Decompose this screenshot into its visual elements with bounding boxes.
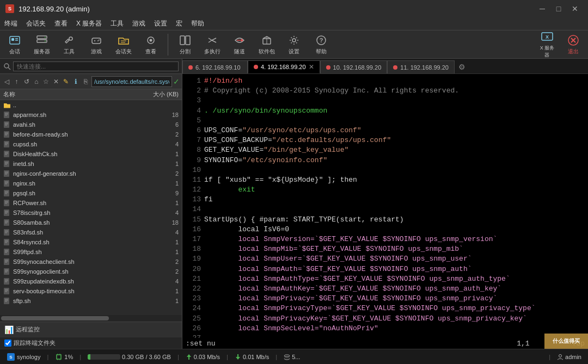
toolbar-games[interactable]: 游戏 [85, 33, 108, 57]
tab-close-1[interactable]: ✕ [309, 63, 314, 71]
tab-3[interactable]: 11. 192.168.99.20 [387, 60, 455, 73]
toolbar-server[interactable]: 服务器 [30, 33, 53, 57]
terminal-content[interactable]: 1#!/bin/sh2# Copyright (c) 2008-2015 Syn… [182, 74, 588, 338]
menu-xserver[interactable]: X 服务器 [72, 17, 106, 30]
list-item[interactable]: apparmor.sh18 [0, 110, 182, 120]
list-item[interactable]: avahi.sh6 [0, 120, 182, 129]
list-item[interactable]: S99synocacheclient.sh2 [0, 257, 182, 267]
code-content: . /usr/syno/bin/synoupscommon [204, 106, 585, 116]
toolbar-tunnel[interactable]: 隧道 [228, 33, 251, 57]
file-name-label: sftp.sh [13, 298, 140, 304]
maximize-button[interactable]: □ [551, 3, 566, 14]
status-disk-value: 5... [292, 354, 300, 360]
terminal-line: 7UPS_CONF_BACKUP="/etc.defaults/ups/ups.… [186, 135, 585, 145]
line-number: 16 [186, 225, 201, 235]
toolbar-settings[interactable]: 设置 [283, 33, 305, 57]
code-content: local SnmpPrivacy=`$GET_KEY_VALUE $SYNOI… [204, 294, 585, 304]
toolbar-exit[interactable]: 退出 [562, 33, 585, 57]
follow-terminal-bar: 跟踪终端文件夹 [0, 337, 182, 349]
fb-btn-back[interactable]: ◁ [2, 76, 11, 87]
fb-btn-up[interactable]: ↑ [12, 76, 21, 87]
menu-games[interactable]: 游戏 [128, 17, 150, 30]
terminal-line: 17 local SnmpVersion=`$GET_KEY_VALUE $SY… [186, 235, 585, 244]
toolbar-session[interactable]: 会话 [3, 33, 26, 57]
line-number: 24 [186, 304, 201, 313]
new-tab-button[interactable]: ⚙ [455, 60, 470, 73]
toolbar-tools[interactable]: 工具 [58, 33, 81, 57]
menu-view[interactable]: 查看 [50, 17, 72, 30]
list-item[interactable]: S99zupdateindexdb.sh4 [0, 276, 182, 286]
xserver-icon: X [541, 30, 554, 44]
minimize-button[interactable]: ─ [535, 3, 550, 14]
file-size-label: 1 [140, 151, 179, 157]
toolbar-view[interactable]: 查看 [139, 33, 162, 57]
fb-btn-bookmark[interactable]: ☆ [42, 76, 51, 87]
menu-macro[interactable]: 宏 [171, 17, 187, 30]
list-item[interactable]: S83nfsd.sh4 [0, 227, 182, 237]
list-item[interactable]: S99synogpoclient.sh2 [0, 267, 182, 276]
file-size-label: 1 [140, 239, 179, 245]
list-item[interactable]: nginx-conf-generator.sh2 [0, 169, 182, 178]
file-hscroll[interactable] [0, 315, 182, 322]
list-item[interactable]: inetd.sh1 [0, 159, 182, 169]
menu-tools[interactable]: 工具 [106, 17, 128, 30]
fb-btn-edit[interactable]: ✎ [62, 76, 70, 87]
quick-connect-input[interactable] [13, 61, 179, 71]
toolbar-sessions-folder[interactable]: 会话夹 [112, 33, 135, 57]
terminal-line: 8GET_KEY_VALUE="/bin/get_key_value" [186, 145, 585, 155]
fb-btn-home[interactable]: ⌂ [32, 76, 41, 87]
code-content: local IsV6=0 [204, 225, 585, 235]
file-hscroll-bar[interactable] [1, 316, 109, 320]
fb-btn-refresh[interactable]: ↺ [22, 76, 30, 87]
svg-rect-98 [4, 258, 9, 265]
file-path-input[interactable] [91, 76, 172, 87]
list-item[interactable]: serv-bootup-timeout.sh1 [0, 286, 182, 296]
games-icon [90, 34, 103, 47]
toolbar-split[interactable]: 分割 [174, 33, 197, 57]
line-number: 7 [186, 135, 201, 145]
list-item[interactable]: S78iscsitrg.sh4 [0, 208, 182, 218]
file-size-label: 1 [140, 161, 179, 167]
svg-rect-62 [4, 170, 9, 177]
fb-btn-copy[interactable]: ⎘ [82, 76, 90, 87]
fb-btn-close[interactable]: ✕ [52, 76, 60, 87]
line-number: 22 [186, 284, 201, 294]
file-size-label: 2 [140, 258, 179, 265]
close-button[interactable]: ✕ [567, 3, 583, 14]
menu-terminal[interactable]: 终端 [0, 17, 22, 30]
list-item[interactable]: nginx.sh1 [0, 178, 182, 188]
tab-0[interactable]: 6. 192.168.99.10 [182, 60, 248, 73]
tab-1[interactable]: 4. 192.168.99.20 ✕ [248, 60, 320, 73]
list-item[interactable]: S80samba.sh18 [0, 218, 182, 227]
toolbar-multiexec[interactable]: 多执行 [201, 33, 224, 57]
toolbar-packages[interactable]: 软件包 [255, 33, 278, 57]
follow-terminal-checkbox[interactable] [4, 340, 11, 347]
list-item[interactable]: S84rsyncd.sh1 [0, 237, 182, 247]
list-item[interactable]: DiskHealthCk.sh1 [0, 149, 182, 159]
tab-2[interactable]: 10. 192.168.99.20 [320, 60, 388, 73]
list-item[interactable]: before-dsm-ready.sh2 [0, 129, 182, 139]
menu-settings[interactable]: 设置 [150, 17, 171, 30]
line-number: 20 [186, 264, 201, 274]
list-item[interactable]: cupsd.sh4 [0, 139, 182, 149]
file-name-label: before-dsm-ready.sh [13, 131, 140, 138]
list-item[interactable]: pgsql.sh9 [0, 188, 182, 198]
svg-marker-127 [236, 357, 240, 360]
line-number: 26 [186, 324, 201, 334]
toolbar-xserver[interactable]: X X 服务器 [536, 29, 559, 60]
list-item[interactable]: sftp.sh1 [0, 296, 182, 306]
menu-help[interactable]: 帮助 [187, 17, 209, 30]
file-icon [3, 121, 11, 128]
line-number: 19 [186, 254, 201, 264]
list-item[interactable]: .. [0, 100, 182, 110]
remote-monitor-bar[interactable]: 📊 远程监控 [0, 322, 182, 337]
view-icon [144, 34, 157, 47]
list-item[interactable]: RCPower.sh1 [0, 198, 182, 208]
vim-cmd-text: :set nu [186, 340, 216, 348]
fb-btn-info[interactable]: ℹ [72, 76, 81, 87]
file-name-label: pgsql.sh [13, 190, 140, 196]
file-size-label: 2 [140, 131, 179, 138]
menu-sessions[interactable]: 会话夹 [22, 17, 50, 30]
list-item[interactable]: S99ftpd.sh1 [0, 247, 182, 257]
toolbar-help[interactable]: ? 帮助 [310, 33, 333, 57]
